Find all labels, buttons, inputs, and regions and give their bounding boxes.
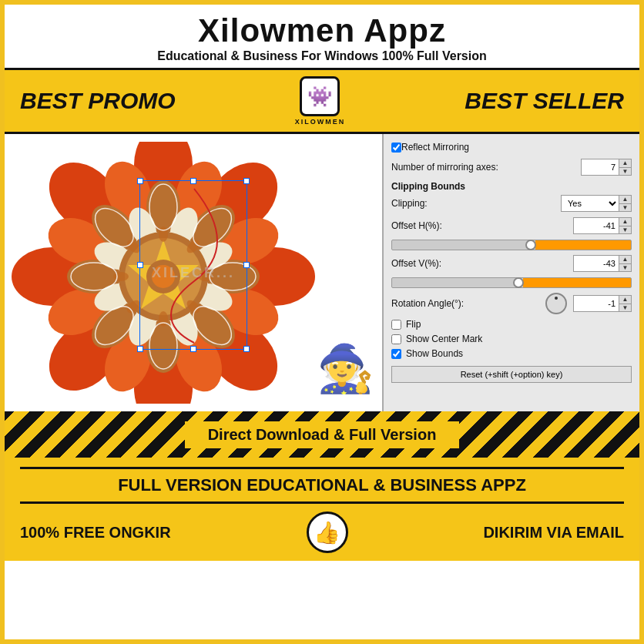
show-center-label: Show Center Mark — [406, 334, 482, 344]
offset-h-slider-container — [391, 240, 632, 250]
clipping-row: Clipping: Yes No ▲ ▼ — [391, 195, 632, 212]
offset-h-spinner: ▲ ▼ — [619, 217, 632, 234]
reset-button[interactable]: Reset (+shift (+option) key) — [391, 366, 632, 383]
clipping-bounds-label: Clipping Bounds — [391, 181, 632, 192]
logo-center: 👾 XILOWMEN — [295, 76, 346, 126]
rotation-row: Rotation Angle(°): ▲ ▼ — [391, 293, 632, 314]
rotation-down[interactable]: ▼ — [619, 304, 631, 312]
offset-v-input[interactable] — [573, 255, 619, 272]
rotation-dial[interactable] — [545, 293, 567, 314]
footer-email-text: DIKIRIM VIA EMAIL — [483, 524, 624, 542]
mirror-axes-row: Number of mirroring axes: ▲ ▼ — [391, 159, 632, 176]
clipping-up[interactable]: ▲ — [619, 196, 631, 204]
reflect-mirroring-checkbox[interactable] — [391, 143, 401, 153]
flip-row: Flip — [391, 319, 632, 330]
offset-v-slider[interactable] — [391, 277, 632, 288]
offset-v-down[interactable]: ▼ — [619, 264, 631, 272]
mirror-axes-input[interactable] — [581, 159, 619, 176]
app-title: Xilowmen Appz — [12, 12, 632, 49]
clipping-select[interactable]: Yes No — [561, 195, 619, 212]
clipping-down[interactable]: ▼ — [619, 204, 631, 212]
rotation-spinner: ▲ ▼ — [619, 295, 632, 312]
footer-row1-text: FULL VERSION EDUCATIONAL & BUSINESS APPZ — [118, 475, 526, 495]
rotation-input[interactable] — [573, 295, 619, 312]
rotation-up[interactable]: ▲ — [619, 296, 631, 304]
offset-v-thumb — [513, 277, 524, 288]
offset-h-row: Offset H(%): ▲ ▼ — [391, 217, 632, 234]
svg-point-43 — [113, 272, 129, 281]
show-bounds-row: Show Bounds — [391, 348, 632, 359]
offset-h-down[interactable]: ▼ — [619, 226, 631, 234]
mirror-axes-down[interactable]: ▼ — [619, 168, 631, 176]
mirror-axes-up[interactable]: ▲ — [619, 159, 631, 168]
offset-h-up[interactable]: ▲ — [619, 218, 631, 226]
flip-checkbox[interactable] — [391, 320, 401, 330]
footer-left: 100% FREE ONGKIR — [20, 524, 171, 542]
show-center-row: Show Center Mark — [391, 334, 632, 344]
rotation-label: Rotation Angle(°): — [391, 298, 545, 309]
clipping-label: Clipping: — [391, 198, 561, 209]
offset-h-input[interactable] — [573, 217, 619, 234]
rotation-dot — [555, 297, 558, 300]
best-seller-badge: BEST SELLER — [465, 88, 624, 114]
mirror-axes-spinner: ▲ ▼ — [619, 159, 632, 176]
show-center-checkbox[interactable] — [391, 334, 401, 344]
offset-v-spinner: ▲ ▼ — [619, 255, 632, 272]
character-overlay: 🧙 — [317, 341, 374, 396]
curve-path-svg — [140, 181, 248, 351]
settings-panel: Reflect Mirroring Number of mirroring ax… — [382, 134, 639, 411]
reflect-mirroring-row: Reflect Mirroring — [391, 142, 632, 153]
best-promo-badge: BEST PROMO — [20, 88, 176, 114]
footer-row1: FULL VERSION EDUCATIONAL & BUSINESS APPZ — [20, 467, 624, 504]
show-bounds-label: Show Bounds — [406, 348, 463, 359]
offset-v-slider-container — [391, 277, 632, 288]
promo-stripe: BEST PROMO 👾 XILOWMEN BEST SELLER — [5, 68, 639, 134]
app-subtitle: Educational & Business For Windows 100% … — [12, 49, 632, 63]
selection-box — [139, 180, 247, 350]
clipping-spinner: ▲ ▼ — [619, 195, 632, 212]
mirror-axes-label: Number of mirroring axes: — [391, 162, 581, 173]
left-panel: 🧙 XILECR... — [5, 134, 382, 411]
offset-h-slider[interactable] — [391, 240, 632, 250]
offset-h-thumb — [525, 240, 536, 250]
page-container: Xilowmen Appz Educational & Business For… — [0, 0, 644, 644]
footer-row2: 100% FREE ONGKIR 👍 DIKIRIM VIA EMAIL — [20, 512, 624, 553]
logo-text: XILOWMEN — [295, 118, 346, 126]
thumb-icon: 👍 — [307, 512, 348, 553]
offset-h-label: Offset H(%): — [391, 220, 573, 231]
footer-ongkir-text: 100% FREE ONGKIR — [20, 524, 171, 542]
offset-v-label: Offset V(%): — [391, 258, 573, 269]
offset-v-row: Offset V(%): ▲ ▼ — [391, 255, 632, 272]
footer: FULL VERSION EDUCATIONAL & BUSINESS APPZ… — [5, 458, 639, 561]
flip-label: Flip — [406, 319, 421, 330]
logo-icon: 👾 — [300, 76, 340, 116]
main-content: 🧙 XILECR... Reflect Mirroring Number of … — [5, 134, 639, 411]
reflect-mirroring-label: Reflect Mirroring — [401, 142, 469, 153]
stripe-text: Direct Download & Full Version — [185, 421, 460, 448]
offset-v-up[interactable]: ▲ — [619, 256, 631, 264]
show-bounds-checkbox[interactable] — [391, 349, 401, 359]
stripe-divider: Direct Download & Full Version — [5, 411, 639, 458]
header: Xilowmen Appz Educational & Business For… — [5, 5, 639, 68]
